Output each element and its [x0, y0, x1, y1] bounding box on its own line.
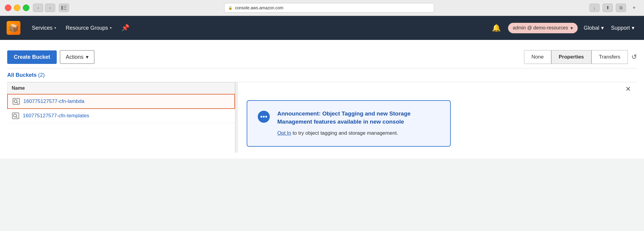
main-content: Create Bucket Actions ▾ None Properties … — [0, 40, 644, 159]
lock-icon: 🔒 — [228, 6, 233, 10]
table-header-row: Name — [8, 82, 235, 94]
svg-point-12 — [263, 116, 265, 118]
section-title: All Buckets — [7, 72, 37, 78]
browser-actions: ↓ ⬆ ⧉ + — [589, 4, 639, 12]
address-bar-container: 🔒 console.aws.amazon.com — [73, 3, 586, 13]
user-menu[interactable]: admin @ demo-resources ▾ — [508, 23, 578, 33]
notifications-bell[interactable]: 🔔 — [487, 24, 506, 32]
announcement-chat-icon — [256, 110, 271, 128]
aws-nav: 📦 Services ▾ Resource Groups ▾ 📌 🔔 admin… — [0, 16, 644, 40]
name-column-header: Name — [12, 86, 25, 91]
aws-logo: 📦 — [6, 20, 21, 35]
bucket-table: Name 160775127577-cfn-lambda — [7, 82, 235, 153]
user-label: admin @ demo-resources — [513, 25, 568, 31]
actions-button[interactable]: Actions ▾ — [60, 50, 95, 64]
address-bar[interactable]: 🔒 console.aws.amazon.com — [224, 3, 434, 13]
resource-groups-label: Resource Groups — [66, 25, 108, 31]
user-chevron-icon: ▾ — [570, 25, 573, 31]
maximize-traffic-light[interactable] — [23, 4, 29, 11]
view-transfers-button[interactable]: Transfers — [591, 50, 628, 64]
share-button[interactable]: ⬆ — [603, 4, 613, 12]
content-area: Name 160775127577-cfn-lambda — [7, 82, 637, 153]
announcement-content: Announcement: Object Tagging and new Sto… — [277, 110, 441, 137]
resource-groups-nav-item[interactable]: Resource Groups ▾ — [61, 16, 116, 40]
services-label: Services — [32, 25, 53, 31]
svg-rect-3 — [64, 9, 67, 10]
browser-title-bar: ‹ › 🔒 console.aws.amazon.com ↓ ⬆ ⧉ + — [0, 0, 644, 16]
svg-rect-0 — [61, 6, 63, 10]
support-chevron-icon: ▾ — [632, 25, 634, 31]
create-bucket-button[interactable]: Create Bucket — [7, 50, 57, 64]
bucket-search-icon — [12, 98, 20, 105]
toolbar: Create Bucket Actions ▾ None Properties … — [7, 46, 637, 68]
services-chevron-icon: ▾ — [54, 26, 56, 30]
table-row[interactable]: 160775127577-cfn-lambda — [7, 94, 235, 109]
view-none-button[interactable]: None — [524, 50, 551, 64]
table-header: Name — [7, 82, 235, 94]
resource-groups-chevron-icon: ▾ — [110, 26, 112, 30]
aws-logo-box[interactable]: 📦 — [7, 21, 20, 35]
opt-in-link[interactable]: Opt In — [277, 130, 291, 136]
aws-logo-icon: 📦 — [8, 23, 19, 33]
bucket-name-link[interactable]: 160775127577-cfn-templates — [23, 113, 89, 119]
browser-extend-button[interactable]: + — [629, 4, 639, 12]
pin-nav-item[interactable]: 📌 — [116, 24, 134, 32]
actions-chevron-icon: ▾ — [86, 54, 89, 60]
bucket-name-link[interactable]: 160775127577-cfn-lambda — [23, 98, 84, 104]
panel-divider[interactable]: ⋮ — [235, 82, 238, 153]
svg-point-13 — [265, 116, 267, 118]
global-label: Global — [584, 25, 599, 31]
right-panel: ✕ Announcement: Object Tagging and new S… — [238, 82, 637, 153]
minimize-traffic-light[interactable] — [14, 4, 20, 11]
announcement-body-text: to try object tagging and storage manage… — [291, 130, 398, 136]
back-button[interactable]: ‹ — [33, 4, 43, 12]
support-label: Support — [611, 25, 630, 31]
svg-rect-7 — [12, 113, 19, 119]
browser-chrome: ‹ › 🔒 console.aws.amazon.com ↓ ⬆ ⧉ + — [0, 0, 644, 16]
svg-rect-2 — [64, 8, 67, 8]
announcement-body: Opt In to try object tagging and storage… — [277, 129, 441, 137]
bucket-search-icon — [11, 112, 20, 119]
announcement-title: Announcement: Object Tagging and new Sto… — [277, 110, 441, 126]
view-buttons: None Properties Transfers ↺ — [524, 50, 637, 64]
support-nav-item[interactable]: Support ▾ — [607, 25, 638, 31]
announcement-box: Announcement: Object Tagging and new Sto… — [247, 100, 451, 147]
traffic-lights — [5, 4, 29, 11]
close-traffic-light[interactable] — [5, 4, 11, 11]
global-nav-item[interactable]: Global ▾ — [580, 25, 607, 31]
section-header: All Buckets (2) — [7, 68, 637, 82]
actions-label: Actions — [66, 54, 83, 60]
url-text: console.aws.amazon.com — [235, 5, 283, 10]
table-row[interactable]: 160775127577-cfn-templates — [7, 109, 235, 123]
view-properties-button[interactable]: Properties — [551, 50, 591, 64]
services-nav-item[interactable]: Services ▾ — [27, 16, 61, 40]
svg-rect-1 — [64, 6, 67, 6]
new-tab-button[interactable]: ⧉ — [616, 4, 626, 12]
svg-rect-4 — [13, 98, 20, 104]
refresh-button[interactable]: ↺ — [631, 53, 637, 61]
reload-button[interactable]: ↓ — [589, 4, 600, 12]
section-count: (2) — [38, 72, 45, 78]
svg-point-11 — [260, 116, 262, 118]
close-panel-button[interactable]: ✕ — [625, 85, 631, 93]
forward-button[interactable]: › — [45, 4, 55, 12]
nav-buttons: ‹ › — [33, 4, 55, 12]
global-chevron-icon: ▾ — [601, 25, 604, 31]
sidebar-toggle-button[interactable] — [59, 4, 69, 12]
